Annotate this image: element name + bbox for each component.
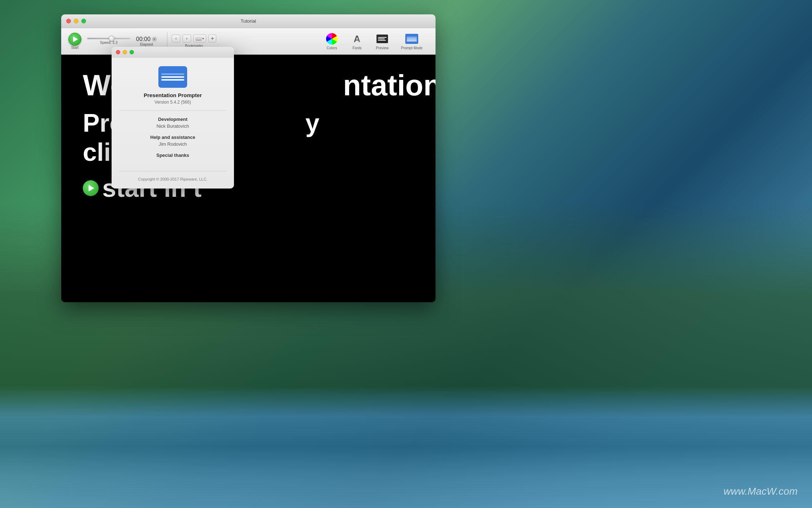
window-maximize-button[interactable] — [81, 19, 86, 23]
app-icon-line-1 — [161, 73, 184, 75]
bookmark-menu-button[interactable]: 📖 ▾ — [193, 35, 206, 42]
about-maximize-button[interactable] — [130, 50, 134, 54]
window-controls — [66, 19, 86, 23]
colors-label: Colors — [327, 46, 337, 50]
play-button[interactable] — [68, 33, 81, 46]
colors-group[interactable]: Colors — [320, 30, 344, 52]
preview-label: Preview — [376, 46, 389, 50]
elapsed-area: 00:00 ✕ Elapsed — [136, 36, 157, 46]
thanks-title: Special thanks — [156, 153, 189, 158]
preview-line-3 — [378, 40, 386, 41]
prompt-mode-group[interactable]: Prompt Mode — [395, 30, 428, 52]
speed-label: Speed: 3.3 — [100, 41, 117, 45]
window-title: Tutorial — [241, 18, 256, 24]
bookmark-prev-button[interactable]: ‹ — [172, 35, 180, 42]
window-close-button[interactable] — [66, 19, 71, 23]
pm-line-1 — [407, 37, 417, 38]
about-divider-1 — [119, 110, 227, 111]
pm-line-3 — [407, 40, 417, 41]
about-development-section: Development Nick Buratovich — [157, 117, 189, 129]
prompter-ntation: ntation — [343, 69, 436, 101]
fonts-label: Fonts — [352, 46, 361, 50]
about-app-name: Presentation Prompter — [144, 92, 202, 98]
fonts-icon: A — [354, 33, 361, 45]
pm-line-2 — [407, 38, 417, 40]
preview-line-1 — [378, 37, 387, 38]
fonts-group[interactable]: A Fonts — [345, 30, 369, 52]
about-copyright: Copyright © 2000-2017 Ripeware, LLC. — [138, 177, 208, 181]
about-help-section: Help and assistance Jim Rodovich — [150, 135, 195, 147]
speed-slider-track[interactable] — [87, 38, 130, 39]
preview-line-2 — [378, 38, 385, 39]
about-titlebar — [112, 47, 234, 58]
prompt-mode-icon-container — [405, 32, 418, 45]
development-title: Development — [157, 117, 189, 122]
app-icon-line-3 — [161, 79, 184, 81]
fonts-icon-container: A — [351, 32, 364, 45]
colors-icon-container — [325, 32, 338, 45]
elapsed-time: 00:00 — [136, 36, 150, 42]
start-label: Start — [71, 46, 78, 50]
bookmark-chevron-icon: ▾ — [202, 37, 204, 40]
speed-area: Speed: 3.3 — [87, 38, 130, 45]
colors-icon — [326, 33, 338, 45]
start-group: Start — [68, 33, 81, 50]
about-close-button[interactable] — [116, 50, 120, 54]
preview-group[interactable]: Preview — [370, 30, 394, 52]
about-minimize-button[interactable] — [123, 50, 127, 54]
bookmark-nav: ‹ › 📖 ▾ + — [172, 35, 216, 42]
about-thanks-section: Special thanks — [156, 153, 189, 159]
right-toolbar: Colors A Fonts Preview — [320, 30, 428, 52]
app-icon — [158, 66, 187, 88]
inline-play-button[interactable] — [83, 180, 99, 196]
play-icon — [73, 36, 78, 42]
about-content: Presentation Prompter Version 5.4.2 (566… — [112, 58, 234, 189]
prompt-mode-icon — [405, 34, 418, 44]
bookmark-next-button[interactable]: › — [182, 35, 191, 42]
speed-slider-thumb[interactable] — [109, 36, 114, 41]
add-bookmark-button[interactable]: + — [208, 35, 216, 42]
help-title: Help and assistance — [150, 135, 195, 140]
inline-play-icon — [89, 185, 94, 191]
preview-icon — [376, 35, 388, 43]
bookmarks-area: ‹ › 📖 ▾ + Bookmarks — [172, 35, 216, 48]
elapsed-display: 00:00 ✕ — [136, 36, 157, 42]
help-name: Jim Rodovich — [150, 141, 195, 147]
about-window-controls — [116, 50, 134, 54]
app-icon-line-2 — [161, 76, 184, 78]
preview-icon-container — [376, 32, 389, 45]
about-divider-2 — [119, 171, 227, 171]
elapsed-reset-button[interactable]: ✕ — [152, 37, 157, 42]
about-dialog: Presentation Prompter Version 5.4.2 (566… — [112, 47, 234, 189]
title-bar: Tutorial — [61, 14, 436, 28]
window-minimize-button[interactable] — [74, 19, 78, 23]
bookmark-book-icon: 📖 — [195, 36, 202, 41]
watermark: www.MacW.com — [723, 486, 798, 497]
elapsed-label: Elapsed — [140, 42, 153, 46]
prompt-mode-label: Prompt Mode — [401, 46, 423, 50]
about-version: Version 5.4.2 (566) — [154, 100, 191, 105]
developer-name: Nick Buratovich — [157, 123, 189, 129]
